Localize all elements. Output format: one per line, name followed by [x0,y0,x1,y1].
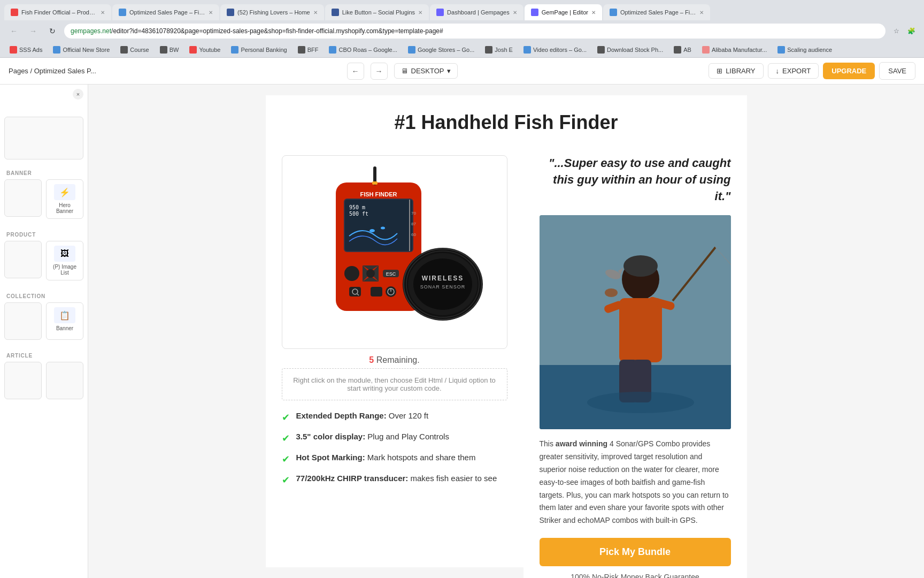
undo-button[interactable]: ← [347,63,364,80]
svg-text:WIRELESS: WIRELESS [421,275,464,282]
tab-optimized-1[interactable]: Optimized Sales Page – Fish Fin... ✕ [112,4,219,20]
fisherman-image [540,215,731,429]
bookmark-icon [329,46,336,54]
device-selector[interactable]: 🖥 DESKTOP ▾ [394,63,458,79]
bookmark-youtube[interactable]: Youtube [186,45,224,55]
feature-item-2: ✔ 3.5" color display: Plug and Play Cont… [282,432,507,444]
feature-item-3: ✔ Hot Spot Marking: Mark hotspots and sh… [282,453,507,465]
breadcrumb-pages[interactable]: Pages [9,67,28,75]
bookmark-label: Download Stock Ph... [607,47,663,53]
bookmark-icon [674,46,681,54]
bookmark-label: AB [683,47,691,53]
bookmark-scaling-audience[interactable]: Scaling audience [774,45,835,55]
bookmark-course[interactable]: Course [117,45,152,55]
bookmark-sss-ads[interactable]: SSS Ads [6,45,45,55]
save-button[interactable]: SAVE [879,62,915,80]
header-actions: ⊞ LIBRARY ↓ EXPORT UPGRADE SAVE [709,62,915,80]
sidebar-close-button[interactable]: × [73,89,83,100]
export-button[interactable]: ↓ EXPORT [768,63,819,79]
sidebar-empty-item [4,179,42,217]
redo-button[interactable]: → [371,63,388,80]
device-icon: 🖥 [401,67,408,75]
bookmark-bff[interactable]: BFF [295,45,322,55]
extension-icon[interactable]: 🧩 [905,25,918,37]
bookmark-video-editors[interactable]: Video editors – Go... [520,45,590,55]
tab-close[interactable]: ✕ [699,10,704,16]
sidebar: × BANNER ⚡ Hero Banner PRODUCT 🖼 (P) Ima… [0,85,88,578]
bookmark-josh-e[interactable]: Josh E [482,45,516,55]
tab-close[interactable]: ✕ [313,10,318,16]
back-button[interactable]: ← [6,24,21,39]
tab-close[interactable]: ✕ [513,10,517,16]
tab-like-button[interactable]: Like Button – Social Plugins ✕ [325,4,429,20]
feature-text-2: 3.5" color display: Plug and Play Contro… [296,432,449,441]
bookmark-icon [485,46,492,54]
bookmark-icon [597,46,605,54]
upgrade-button[interactable]: UPGRADE [823,63,875,79]
bookmark-cbo-roas[interactable]: CBO Roas – Google... [326,45,400,55]
tab-gempage-editor[interactable]: GemPage | Editor ✕ [525,4,602,20]
pick-bundle-button[interactable]: Pick My Bundle [540,538,731,566]
address-input[interactable]: gempages.net /editor?id=48361078920&page… [64,24,886,39]
sidebar-item-hero-banner[interactable]: ⚡ Hero Banner [46,179,83,219]
bookmark-download-stock[interactable]: Download Stock Ph... [594,45,666,55]
bookmark-icon [231,46,238,54]
svg-rect-14 [372,181,378,185]
tab-close[interactable]: ✕ [591,10,596,16]
tab-bar: Fish Finder Official – Products ✕ Optimi… [0,0,924,20]
address-bar: ← → ↻ gempages.net /editor?id=4836107892… [0,20,924,42]
svg-point-15 [344,266,359,281]
svg-text:ESC: ESC [386,271,396,277]
bookmark-label: BW [170,47,179,53]
svg-rect-24 [371,287,382,296]
bookmark-label: Google Stores – Go... [418,47,474,53]
library-button[interactable]: ⊞ LIBRARY [709,63,763,79]
bookmark-label: BFF [307,47,319,53]
tab-optimized-2[interactable]: Optimized Sales Page – Fish Fin... ✕ [603,4,710,20]
bookmark-label: Video editors – Go... [533,47,587,53]
bookmark-alibaba[interactable]: Alibaba Manufactur... [699,45,770,55]
feature-item-1: ✔ Extended Depth Range: Over 120 ft [282,411,507,423]
tab-favicon [11,9,18,16]
bookmark-icon [777,46,785,54]
bookmark-label: Official New Store [63,47,110,53]
tab-close[interactable]: ✕ [209,10,213,16]
bookmark-label: CBO Roas – Google... [338,47,397,53]
bookmark-google-stores[interactable]: Google Stores – Go... [405,45,478,55]
tab-close[interactable]: ✕ [101,10,105,16]
product-header: #1 Handheld Fish Finder [266,95,747,144]
bookmark-icon [523,46,531,54]
description-text: This award winning 4 Sonar/GPS Combo pro… [540,438,731,527]
svg-text:60: 60 [411,232,416,237]
quote-text: "...Super easy to use and caught this gu… [540,155,731,204]
canvas-area[interactable]: #1 Handheld Fish Finder [88,85,924,578]
check-icon-3: ✔ [282,453,290,465]
two-col-layout: 950 m 500 ft 70 [266,144,747,578]
bookmark-label: Course [130,47,149,53]
desc-body: 4 Sonar/GPS Combo provides greater sensi… [540,439,729,524]
remaining-text: 5 Remaining. [282,355,507,365]
sidebar-item-image-list[interactable]: 🖼 (P) Image List [46,241,83,280]
custom-code-hint: Right click on the module, then choose E… [293,376,496,392]
device-label: DESKTOP [411,67,444,75]
bookmark-bw[interactable]: BW [157,45,182,55]
svg-text:500 ft: 500 ft [349,211,368,217]
tab-close[interactable]: ✕ [418,10,422,16]
tab-fishing-lovers[interactable]: (52) Fishing Lovers – Home ✕ [220,4,324,20]
tab-dashboard[interactable]: Dashboard | Gempages ✕ [430,4,523,20]
check-icon-1: ✔ [282,412,290,423]
sidebar-section-banner-label: BANNER [0,164,88,179]
remaining-count: 5 [369,355,374,364]
bookmark-personal-banking[interactable]: Personal Banking [228,45,290,55]
tab-title: Dashboard | Gempages [447,9,510,16]
tab-fish-finder[interactable]: Fish Finder Official – Products ✕ [4,4,111,20]
bookmark-official-new-store[interactable]: Official New Store [50,45,113,55]
bookmark-ab[interactable]: AB [671,45,695,55]
sidebar-item-col-banner[interactable]: 📋 Banner [46,302,83,340]
bookmark-label: Alibaba Manufactur... [712,47,767,53]
bookmark-icon [10,46,17,54]
app-header: Pages / Optimized Sales P... ← → 🖥 DESKT… [0,58,924,85]
bookmark-star-icon[interactable]: ☆ [890,25,903,37]
reload-button[interactable]: ↻ [45,24,60,39]
forward-button[interactable]: → [26,24,41,39]
